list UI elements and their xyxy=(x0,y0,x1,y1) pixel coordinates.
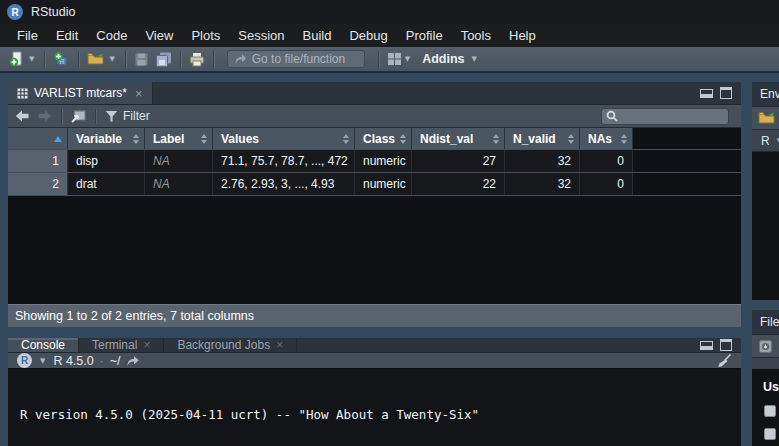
header-class[interactable]: Class xyxy=(355,128,412,149)
cell-label: NA xyxy=(145,150,213,172)
pane-layout-button[interactable]: ▼ xyxy=(384,52,415,66)
sort-arrows-icon xyxy=(621,134,629,144)
print-button[interactable] xyxy=(186,52,208,67)
cell-n-valid: 32 xyxy=(505,150,580,172)
menu-session[interactable]: Session xyxy=(229,28,293,43)
console-output: R version 4.5.0 (2025-04-11 ucrt) -- "Ho… xyxy=(8,369,741,446)
tab-varlist-mtcars[interactable]: VARLIST mtcars* × xyxy=(8,82,153,104)
header-n-valid[interactable]: N_valid xyxy=(505,128,580,149)
import-dataset-icon[interactable] xyxy=(758,110,777,126)
menu-code[interactable]: Code xyxy=(87,28,136,43)
tab-files[interactable]: Files xyxy=(760,315,779,329)
table-grid-icon xyxy=(17,88,28,99)
environment-tabstrip: Envir xyxy=(752,82,779,106)
status-text: Showing 1 to 2 of 2 entries, 7 total col… xyxy=(15,309,254,323)
cell-filler xyxy=(633,173,741,195)
row-number: 2 xyxy=(8,173,68,195)
files-tabstrip: Files xyxy=(752,310,779,334)
menu-bar: File Edit Code View Plots Session Build … xyxy=(0,24,779,47)
goto-directory-icon[interactable] xyxy=(126,355,140,367)
goto-file-function-input[interactable] xyxy=(252,52,358,66)
open-folder-icon xyxy=(87,51,106,67)
tab-background-jobs[interactable]: Background Jobs × xyxy=(164,338,297,352)
toolbar-divider xyxy=(378,51,379,68)
menu-edit[interactable]: Edit xyxy=(47,28,87,43)
open-file-button[interactable]: ▼ xyxy=(84,51,119,67)
menu-tools[interactable]: Tools xyxy=(452,28,500,43)
tab-label: Terminal xyxy=(92,338,137,352)
header-values[interactable]: Values xyxy=(213,128,355,149)
r-version-icon[interactable]: R xyxy=(17,353,32,368)
new-file-icon xyxy=(9,51,26,67)
chevron-down-icon: ▼ xyxy=(470,55,479,63)
header-nas[interactable]: NAs xyxy=(580,128,633,149)
viewer-search-input[interactable] xyxy=(622,110,724,122)
close-icon[interactable]: × xyxy=(276,338,283,352)
maximize-pane-icon[interactable] xyxy=(720,87,732,99)
cell-values: 2.76, 2.93, 3, ..., 4.93 xyxy=(213,173,355,195)
environment-scope-selector[interactable]: R ▼ xyxy=(752,130,779,152)
save-button[interactable] xyxy=(131,52,152,67)
menu-help[interactable]: Help xyxy=(500,28,545,43)
header-label-col[interactable]: Label xyxy=(145,128,213,149)
forward-arrow-icon[interactable] xyxy=(37,110,52,122)
files-list: User xyxy=(752,369,779,440)
addins-button[interactable]: Addins ▼ xyxy=(415,52,482,66)
title-bar: R RStudio xyxy=(0,0,779,24)
save-all-button[interactable] xyxy=(152,51,175,67)
table-row: 2 drat NA 2.76, 2.93, 3, ..., 4.93 numer… xyxy=(8,173,741,196)
file-checkbox[interactable] xyxy=(764,405,776,417)
popout-icon[interactable] xyxy=(71,110,86,123)
console-line: R version 4.5.0 (2025-04-11 ucrt) -- "Ho… xyxy=(20,407,741,423)
sort-arrows-icon xyxy=(343,134,351,144)
cell-variable: disp xyxy=(68,150,145,172)
menu-profile[interactable]: Profile xyxy=(397,28,452,43)
maximize-pane-icon[interactable] xyxy=(720,339,732,351)
toolbar-divider xyxy=(95,109,96,124)
close-icon[interactable]: × xyxy=(133,87,143,100)
separator-dot: · xyxy=(100,354,104,368)
clear-console-icon xyxy=(716,353,732,368)
new-project-button[interactable]: R xyxy=(50,51,73,67)
sort-arrows-icon xyxy=(493,134,501,144)
clear-console-button[interactable] xyxy=(716,353,732,368)
toolbar-divider xyxy=(44,51,45,68)
cell-class: numeric xyxy=(355,173,412,195)
cell-variable: drat xyxy=(68,173,145,195)
goto-file-function-box[interactable] xyxy=(227,50,365,68)
files-user-label: User xyxy=(763,380,779,394)
tab-environment[interactable]: Envir xyxy=(760,87,779,101)
environment-pane: Envir R ▼ xyxy=(752,82,779,300)
row-number: 1 xyxy=(8,150,68,172)
minimize-pane-icon[interactable] xyxy=(700,341,713,350)
cell-nas: 0 xyxy=(580,173,633,195)
sort-arrows-icon xyxy=(568,134,576,144)
environment-toolbar xyxy=(752,106,779,130)
new-file-button[interactable]: ▼ xyxy=(6,51,39,67)
toolbar-divider xyxy=(180,51,181,68)
viewer-search-box[interactable] xyxy=(601,108,729,125)
minimize-pane-icon[interactable] xyxy=(700,89,713,98)
viewer-window-buttons xyxy=(700,82,741,104)
file-checkbox[interactable] xyxy=(764,428,776,440)
menu-plots[interactable]: Plots xyxy=(182,28,229,43)
close-icon[interactable]: × xyxy=(143,338,150,352)
files-new-icon[interactable] xyxy=(758,339,773,354)
menu-view[interactable]: View xyxy=(136,28,182,43)
tab-terminal[interactable]: Terminal × xyxy=(79,338,164,352)
header-rownum[interactable] xyxy=(8,128,68,149)
filter-button[interactable]: Filter xyxy=(105,109,150,123)
chevron-down-icon[interactable]: ▼ xyxy=(38,357,47,365)
header-variable[interactable]: Variable xyxy=(68,128,145,149)
menu-debug[interactable]: Debug xyxy=(340,28,396,43)
filter-icon xyxy=(105,110,118,122)
menu-build[interactable]: Build xyxy=(294,28,341,43)
menu-file[interactable]: File xyxy=(8,28,47,43)
cell-filler xyxy=(633,150,741,172)
header-ndist-val[interactable]: Ndist_val xyxy=(412,128,505,149)
back-arrow-icon[interactable] xyxy=(15,110,30,122)
tab-console[interactable]: Console xyxy=(8,338,79,352)
console-window-buttons xyxy=(700,338,741,352)
cell-class: numeric xyxy=(355,150,412,172)
data-viewer-pane: VARLIST mtcars* × Filter xyxy=(8,82,741,327)
